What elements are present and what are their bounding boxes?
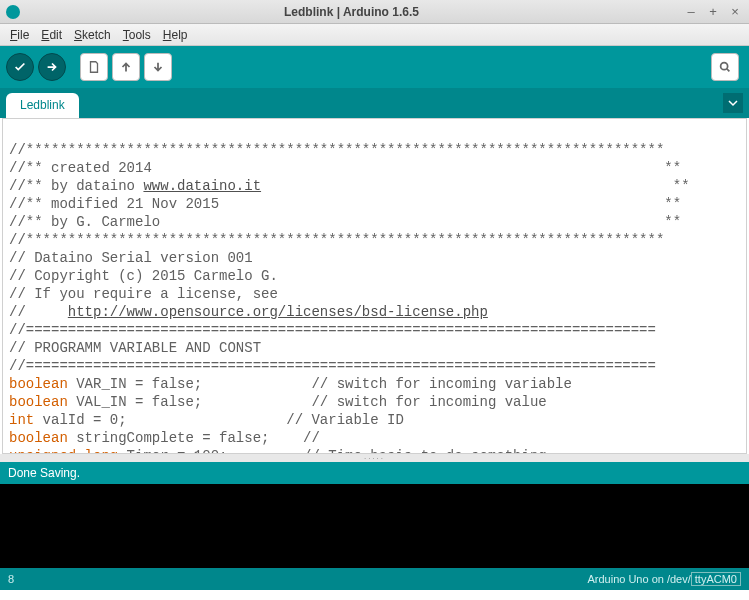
board-info: Arduino Uno on /dev/ttyACM0 xyxy=(587,573,741,585)
code-text: stringComplete = false; // xyxy=(68,430,320,446)
code-line: // xyxy=(9,304,68,320)
open-sketch-button[interactable] xyxy=(112,53,140,81)
code-line: //======================================… xyxy=(9,358,656,374)
svg-point-0 xyxy=(721,63,728,70)
code-line: //** xyxy=(9,214,43,230)
status-bar: Done Saving. xyxy=(0,462,749,484)
code-editor[interactable]: //**************************************… xyxy=(2,118,747,454)
code-line: // Dataino Serial version 001 xyxy=(9,250,253,266)
tab-strip: Ledblink xyxy=(0,88,749,118)
code-keyword: boolean xyxy=(9,430,68,446)
code-text: ** xyxy=(664,160,681,176)
status-message: Done Saving. xyxy=(8,466,80,480)
serial-monitor-button[interactable] xyxy=(711,53,739,81)
code-text: VAR_IN = false; // switch for incoming v… xyxy=(68,376,572,392)
code-line: // If you require a license, see xyxy=(9,286,278,302)
code-line: //======================================… xyxy=(9,322,656,338)
footer-bar: 8 Arduino Uno on /dev/ttyACM0 xyxy=(0,568,749,590)
code-text: ** xyxy=(673,178,690,194)
save-sketch-button[interactable] xyxy=(144,53,172,81)
minimize-button[interactable]: – xyxy=(683,4,699,20)
code-text: ** xyxy=(664,196,681,212)
line-number: 8 xyxy=(8,573,14,585)
menu-sketch[interactable]: Sketch xyxy=(68,26,117,44)
port-label: ttyACM0 xyxy=(691,572,741,586)
code-text: by G. Carmelo xyxy=(43,214,161,230)
chevron-down-icon xyxy=(728,98,738,108)
toolbar xyxy=(0,46,749,88)
menu-bar: File Edit Sketch Tools Help xyxy=(0,24,749,46)
code-line: // Copyright (c) 2015 Carmelo G. xyxy=(9,268,278,284)
close-button[interactable]: × xyxy=(727,4,743,20)
arrow-up-icon xyxy=(119,60,133,74)
code-line: //**************************************… xyxy=(9,232,664,248)
search-icon xyxy=(718,60,732,74)
code-text: VAL_IN = false; // switch for incoming v… xyxy=(68,394,547,410)
code-text: ** xyxy=(664,214,681,230)
arrow-right-icon xyxy=(45,60,59,74)
upload-button[interactable] xyxy=(38,53,66,81)
arrow-down-icon xyxy=(151,60,165,74)
code-line: //** xyxy=(9,178,43,194)
code-keyword: boolean xyxy=(9,376,68,392)
code-text: valId = 0; // Variable ID xyxy=(34,412,404,428)
code-text: by dataino xyxy=(43,178,144,194)
code-line: //** xyxy=(9,196,43,212)
board-label: Arduino Uno on /dev/ xyxy=(587,573,690,585)
file-icon xyxy=(87,60,101,74)
code-keyword: int xyxy=(9,412,34,428)
splitter[interactable]: ····· xyxy=(0,454,749,462)
menu-file[interactable]: File xyxy=(4,26,35,44)
title-bar: Ledblink | Arduino 1.6.5 – + × xyxy=(0,0,749,24)
menu-edit[interactable]: Edit xyxy=(35,26,68,44)
verify-button[interactable] xyxy=(6,53,34,81)
app-icon xyxy=(6,5,20,19)
window-title: Ledblink | Arduino 1.6.5 xyxy=(26,5,677,19)
console-output[interactable] xyxy=(0,484,749,568)
tab-menu-button[interactable] xyxy=(723,93,743,113)
code-keyword: boolean xyxy=(9,394,68,410)
menu-tools[interactable]: Tools xyxy=(117,26,157,44)
new-sketch-button[interactable] xyxy=(80,53,108,81)
maximize-button[interactable]: + xyxy=(705,4,721,20)
menu-help[interactable]: Help xyxy=(157,26,194,44)
code-link[interactable]: http://www.opensource.org/licenses/bsd-l… xyxy=(68,304,488,320)
code-line: //** xyxy=(9,160,43,176)
code-text: created 2014 xyxy=(43,160,152,176)
tab-ledblink[interactable]: Ledblink xyxy=(6,93,79,118)
code-text: modified 21 Nov 2015 xyxy=(43,196,219,212)
code-link[interactable]: www.dataino.it xyxy=(143,178,261,194)
check-icon xyxy=(13,60,27,74)
code-line: //**************************************… xyxy=(9,142,664,158)
code-line: // PROGRAMM VARIABLE AND CONST xyxy=(9,340,261,356)
